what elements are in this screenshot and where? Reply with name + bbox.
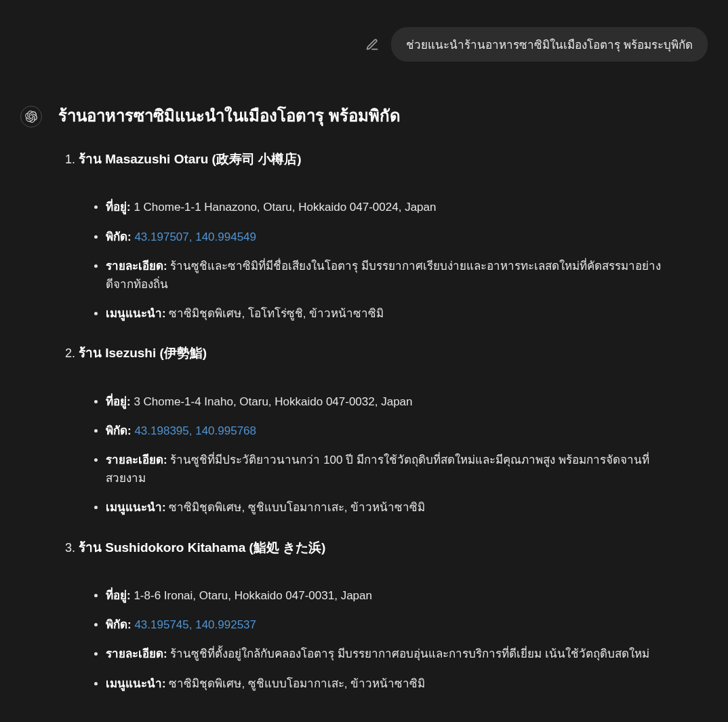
- menu-value: ซาซิมิชุดพิเศษ, ซูชิแบบโอมากาเสะ, ข้าวหน…: [169, 501, 425, 514]
- coords-item: พิกัด: 43.198395, 140.995768: [106, 422, 667, 440]
- menu-item: เมนูแนะนำ: ซาซิมิชุดพิเศษ, โอโทโร่ซูชิ, …: [106, 304, 667, 323]
- details-value: ร้านซูชิที่มีประวัติยาวนานกว่า 100 ปี มี…: [106, 454, 649, 485]
- coords-link[interactable]: 43.195745, 140.992537: [134, 618, 256, 631]
- response-heading: ร้านอาหารซาซิมิแนะนำในเมืองโอตารุ พร้อมพ…: [58, 102, 667, 129]
- user-message-text: ช่วยแนะนำร้านอาหารซาซิมิในเมืองโอตารุ พร…: [406, 39, 693, 52]
- address-item: ที่อยู่: 3 Chome-1-4 Inaho, Otaru, Hokka…: [106, 393, 667, 411]
- details-label: รายละเอียด:: [106, 454, 167, 466]
- menu-value: ซาซิมิชุดพิเศษ, ซูชิแบบโอมากาเสะ, ข้าวหน…: [169, 677, 425, 690]
- restaurant-item: ร้าน Isezushi (伊勢鮨) ที่อยู่: 3 Chome-1-4…: [79, 343, 667, 517]
- openai-logo-icon: [25, 111, 37, 123]
- address-label: ที่อยู่:: [106, 201, 131, 214]
- coords-label: พิกัด:: [106, 424, 132, 437]
- address-item: ที่อยู่: 1 Chome-1-1 Hanazono, Otaru, Ho…: [106, 198, 667, 216]
- restaurant-name: ร้าน Sushidokoro Kitahama (鮨処 きた浜): [79, 538, 325, 558]
- address-label: ที่อยู่:: [106, 395, 131, 408]
- user-message-row: ช่วยแนะนำร้านอาหารซาซิมิในเมืองโอตารุ พร…: [20, 27, 708, 62]
- address-value: 1-8-6 Ironai, Otaru, Hokkaido 047-0031, …: [134, 589, 372, 602]
- menu-item: เมนูแนะนำ: ซาซิมิชุดพิเศษ, ซูชิแบบโอมากา…: [106, 498, 667, 517]
- coords-link[interactable]: 43.197507, 140.994549: [134, 230, 256, 243]
- restaurant-list: ร้าน Masazushi Otaru (政寿司 小樽店) ที่อยู่: …: [58, 149, 667, 693]
- restaurant-item: ร้าน Sushidokoro Kitahama (鮨処 きた浜) ที่อย…: [79, 538, 667, 693]
- detail-list: ที่อยู่: 3 Chome-1-4 Inaho, Otaru, Hokka…: [79, 393, 667, 517]
- coords-item: พิกัด: 43.195745, 140.992537: [106, 616, 667, 634]
- detail-list: ที่อยู่: 1-8-6 Ironai, Otaru, Hokkaido 0…: [79, 586, 667, 693]
- assistant-avatar: [20, 106, 42, 127]
- assistant-content: ร้านอาหารซาซิมิแนะนำในเมืองโอตารุ พร้อมพ…: [58, 102, 708, 713]
- details-item: รายละเอียด: ร้านซูชิที่ตั้งอยู่ใกล้กับคล…: [106, 645, 667, 663]
- details-item: รายละเอียด: ร้านซูชิที่มีประวัติยาวนานกว…: [106, 451, 667, 487]
- address-label: ที่อยู่:: [106, 589, 131, 602]
- details-label: รายละเอียด:: [106, 260, 167, 273]
- restaurant-item: ร้าน Masazushi Otaru (政寿司 小樽店) ที่อยู่: …: [79, 149, 667, 323]
- details-label: รายละเอียด:: [106, 647, 167, 660]
- details-item: รายละเอียด: ร้านซูชิและซาซิมิที่มีชื่อเส…: [106, 257, 667, 294]
- menu-label: เมนูแนะนำ:: [106, 501, 166, 514]
- menu-item: เมนูแนะนำ: ซาซิมิชุดพิเศษ, ซูชิแบบโอมากา…: [106, 675, 667, 693]
- coords-item: พิกัด: 43.197507, 140.994549: [106, 228, 667, 246]
- address-item: ที่อยู่: 1-8-6 Ironai, Otaru, Hokkaido 0…: [106, 586, 667, 605]
- menu-label: เมนูแนะนำ:: [106, 307, 166, 320]
- restaurant-name: ร้าน Isezushi (伊勢鮨): [79, 343, 207, 363]
- user-message-bubble: ช่วยแนะนำร้านอาหารซาซิมิในเมืองโอตารุ พร…: [391, 27, 708, 62]
- address-value: 3 Chome-1-4 Inaho, Otaru, Hokkaido 047-0…: [134, 395, 412, 408]
- address-value: 1 Chome-1-1 Hanazono, Otaru, Hokkaido 04…: [134, 201, 436, 214]
- details-value: ร้านซูชิและซาซิมิที่มีชื่อเสียงในโอตารุ …: [106, 260, 661, 291]
- edit-icon[interactable]: [365, 38, 379, 52]
- detail-list: ที่อยู่: 1 Chome-1-1 Hanazono, Otaru, Ho…: [79, 198, 667, 323]
- assistant-row: ร้านอาหารซาซิมิแนะนำในเมืองโอตารุ พร้อมพ…: [20, 102, 708, 713]
- coords-label: พิกัด:: [106, 230, 132, 243]
- restaurant-name: ร้าน Masazushi Otaru (政寿司 小樽店): [79, 149, 302, 169]
- coords-label: พิกัด:: [106, 618, 132, 631]
- menu-value: ซาซิมิชุดพิเศษ, โอโทโร่ซูชิ, ข้าวหน้าซาซ…: [169, 307, 384, 320]
- coords-link[interactable]: 43.198395, 140.995768: [134, 424, 256, 437]
- details-value: ร้านซูชิที่ตั้งอยู่ใกล้กับคลองโอตารุ มีบ…: [170, 647, 649, 660]
- menu-label: เมนูแนะนำ:: [106, 677, 166, 690]
